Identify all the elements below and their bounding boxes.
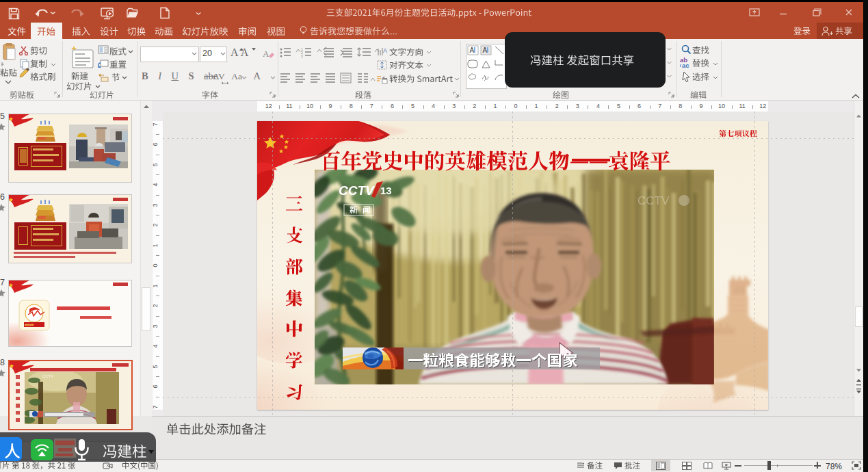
svg-text:HBD: HBD — [38, 136, 46, 140]
svg-text:CCTV: CCTV — [42, 374, 53, 378]
svg-text:3: 3 — [301, 54, 303, 58]
svg-text:A: A — [383, 47, 387, 54]
svg-text:ac: ac — [682, 62, 689, 69]
svg-text:A: A — [470, 47, 475, 54]
svg-text:CCTV: CCTV — [637, 194, 670, 207]
svg-text:CCTV: CCTV — [339, 183, 375, 198]
svg-text:13: 13 — [380, 185, 392, 196]
svg-text:A: A — [263, 49, 269, 59]
svg-text:A: A — [483, 47, 488, 54]
svg-text:HBD: HBD — [38, 215, 46, 220]
svg-text:####: #### — [25, 323, 34, 327]
